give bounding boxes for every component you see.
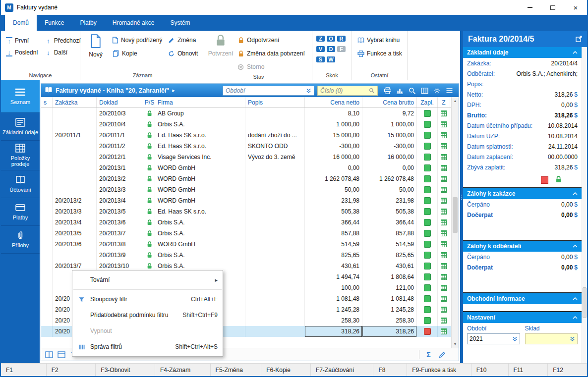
column-header-s[interactable]: s [41, 97, 53, 108]
edit-button[interactable]: Změna [165, 35, 201, 46]
table-row[interactable]: 20/2010/4Orbis S.A.1 000,001 000,00 [41, 119, 459, 130]
table-row[interactable]: 20/2012/1Visage Services Inc.Vývoz do 3.… [41, 152, 459, 162]
column-header-doklad[interactable]: Doklad [97, 97, 144, 108]
view-columns-icon[interactable] [44, 350, 54, 359]
section-header-nastaveni[interactable]: Nastavení [463, 312, 582, 323]
column-header-popis[interactable]: Popis [245, 97, 305, 108]
table-row[interactable]: 20/2013/9Orbis S.A.825,65825,65 [41, 250, 459, 261]
new-button[interactable]: Nový [82, 32, 109, 58]
minimize-button[interactable] [519, 0, 541, 15]
column-header-firma[interactable]: Firma [155, 97, 245, 108]
tab-syst-m[interactable]: Systém [162, 15, 198, 31]
close-button[interactable]: × [564, 0, 587, 15]
table-row[interactable]: 20/2013/220/2013/4WORD GmbH231,98231,98 [41, 195, 459, 206]
period-select[interactable]: 2021 [467, 333, 520, 344]
columns-icon[interactable] [419, 85, 430, 96]
expand-panel-icon[interactable] [576, 36, 582, 42]
column-header-ps[interactable]: P/S [144, 97, 155, 108]
jump-r-button[interactable]: R [337, 36, 346, 42]
section-header-zakladni-udaje[interactable]: Základní údaje [463, 47, 582, 58]
menu-item-sloupcov-filtr[interactable]: Sloupcový filtrCtrl+Alt+F [72, 291, 223, 307]
find-icon[interactable] [407, 85, 418, 96]
statusbar-item-f1[interactable]: F1 [1, 364, 47, 376]
chart-icon[interactable] [394, 85, 406, 96]
storno-button[interactable]: Storno [234, 61, 308, 72]
table-row[interactable]: 20/2011/2Ed. Haas SK s.r.o.SKONTO ODD-30… [41, 141, 459, 152]
statusbar-item-f3-obnovit[interactable]: F3-Obnovit [96, 364, 155, 376]
refresh-button[interactable]: Obnovit [165, 48, 201, 59]
card-view-icon[interactable] [56, 350, 66, 359]
table-row[interactable]: 20/2013/320/2013/5Ed. Haas SK s.r.o.505,… [41, 206, 459, 217]
new-child-button[interactable]: Nový podřízený [109, 35, 165, 46]
table-row[interactable]: 20/2013/620/2013/8WORD GmbH514,59514,59 [41, 239, 459, 250]
select-book-button[interactable]: Vybrat knihu [354, 35, 403, 46]
maximize-button[interactable] [541, 0, 564, 15]
change-confirm-date-button[interactable]: Změna data potvrzení [234, 48, 308, 59]
column-header-zakazka[interactable]: Zakázka [53, 97, 97, 108]
jump-w-button[interactable]: W [327, 56, 335, 62]
jump-s-button[interactable]: S [316, 56, 325, 62]
scrollbar-thumb[interactable] [453, 197, 458, 233]
menu-item-p-idat-odebrat-podm-nku-filtru[interactable]: Přidat/odebrat podmínku filtruShift+Ctrl… [72, 307, 223, 323]
statusbar-item-f2[interactable]: F2 [47, 364, 96, 376]
tab-hromadn-akce[interactable]: Hromadné akce [105, 15, 163, 31]
section-header-zalohy-k-zakazce[interactable]: Zálohy k zakázce [463, 188, 582, 199]
unconfirm-button[interactable]: Odpotvrzení [234, 35, 308, 46]
number-search-input[interactable]: Číslo (0) [317, 86, 378, 96]
statusbar-item-f7-za-tov-n[interactable]: F7-Zaúčtování [311, 364, 374, 376]
warehouse-select[interactable] [525, 333, 578, 344]
statusbar-item-f8[interactable]: F8 [373, 364, 407, 376]
table-row[interactable]: 20/2013/420/2013/6Orbis S.A.366,44366,44 [41, 217, 459, 228]
menu-item-spr-va-filtr[interactable]: Správa filtrůShift+Ctrl+Alt+S [72, 339, 223, 355]
last-button[interactable]: ↓Poslední [3, 47, 41, 58]
panel-scrollbar[interactable] [582, 47, 587, 363]
functions-print-button[interactable]: Funkce a tisk [354, 48, 405, 59]
sidebar-item-p-lohy[interactable]: Přílohy [1, 226, 40, 254]
previous-button[interactable]: ↑Předchozí [42, 35, 84, 46]
next-button[interactable]: ↓Další [42, 47, 84, 58]
tab-dom[interactable]: Domů [5, 15, 37, 31]
jump-z-button[interactable]: Z [316, 36, 325, 42]
print-icon[interactable] [382, 85, 393, 96]
jump-d-button[interactable]: D [327, 46, 335, 52]
menu-icon[interactable] [444, 85, 455, 96]
jump-o-button[interactable]: O [327, 36, 335, 42]
statusbar-item-f9-funkce-a-tisk[interactable]: F9-Funkce a tisk [407, 364, 471, 376]
column-header-z[interactable]: Z [438, 97, 450, 108]
section-header-zalohy-k-odberateli[interactable]: Zálohy k odběrateli [463, 241, 582, 252]
column-header-cena-netto[interactable]: Cena netto [305, 97, 362, 108]
statusbar-item-f6-kopie[interactable]: F6-Kopie [261, 364, 311, 376]
table-row[interactable]: 20/2013/2WORD GmbH1 262 078,481 262 078,… [41, 173, 459, 184]
statusbar-item-f5-zm-na[interactable]: F5-Změna [211, 364, 262, 376]
tab-platby[interactable]: Platby [72, 15, 104, 31]
table-row[interactable]: 20/2013/1WORD GmbH0,000,00 [41, 162, 459, 173]
panel-scrollbar-thumb[interactable] [583, 287, 587, 318]
scroll-up-icon[interactable]: ▲ [452, 97, 459, 105]
table-row[interactable]: 20/2010/3AB Group8,109,72 [41, 108, 459, 119]
sidebar-item-seznam[interactable]: Seznam [1, 80, 40, 113]
statusbar-item-f4-z-znam[interactable]: F4-Záznam [155, 364, 211, 376]
column-header-zapl[interactable]: Zapl. [417, 97, 438, 108]
first-button[interactable]: ↑První [3, 35, 41, 46]
confirm-button[interactable]: Potvrzení [207, 32, 234, 57]
sidebar-item-platby[interactable]: Platby [1, 198, 40, 226]
tab-funkce[interactable]: Funkce [37, 15, 72, 31]
jump-v-button[interactable]: V [316, 46, 325, 52]
period-filter-combo[interactable]: Období [223, 86, 314, 96]
scroll-down-icon[interactable]: ▼ [452, 340, 459, 348]
expand-arrow-icon[interactable]: ▸ [172, 87, 175, 94]
statusbar-item-f10[interactable]: F10 [471, 364, 509, 376]
statusbar-item-f11[interactable]: F11 [509, 364, 548, 376]
sum-icon[interactable]: Σ [423, 350, 434, 359]
section-header-obchodni-informace[interactable]: Obchodní informace [463, 293, 582, 304]
edit-icon[interactable] [437, 350, 447, 359]
sidebar-item-z-kladn-daje[interactable]: Základní údaje [1, 113, 40, 141]
table-row[interactable]: 20/2013/520/2013/7Orbis S.A.857,88857,88 [41, 228, 459, 239]
vertical-scrollbar[interactable]: ▲ ▼ [451, 97, 459, 348]
table-row[interactable]: 20/2011/120/2011/1Ed. Haas SK s.r.o.dodá… [41, 130, 459, 141]
menu-item-tov-rn[interactable]: Tovární▸ [72, 272, 223, 288]
table-row[interactable]: 20/2013/3WORD GmbH50,0050,00 [41, 184, 459, 195]
column-header-cena-brutto[interactable]: Cena brutto [362, 97, 417, 108]
statusbar-item-f12[interactable]: F12 [548, 364, 587, 376]
settings-icon[interactable] [431, 85, 443, 96]
